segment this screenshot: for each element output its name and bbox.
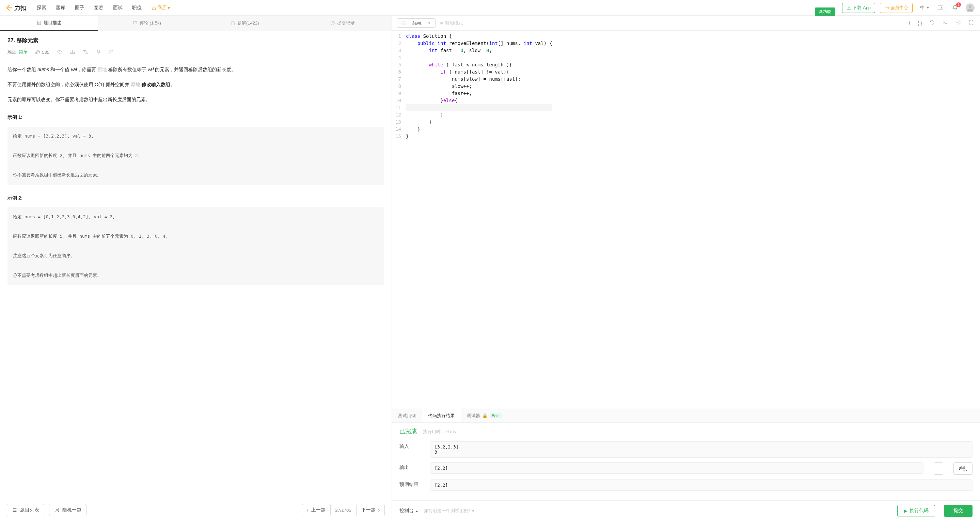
terminal-icon xyxy=(943,20,948,25)
playground-icon[interactable] xyxy=(937,5,944,11)
console-toggle[interactable]: 控制台 ▲ xyxy=(399,508,418,514)
submit-button[interactable]: 提交 xyxy=(944,505,972,517)
left-footer: 题目列表 随机一题 ‹ 上一题 27/1705 下一题 › xyxy=(0,499,391,521)
leetcode-logo-icon xyxy=(5,4,13,11)
tab-submissions[interactable]: 提交记录 xyxy=(294,16,392,31)
feedback-button[interactable] xyxy=(109,49,114,55)
tab-description-label: 题目描述 xyxy=(44,20,61,26)
info-icon xyxy=(401,21,406,25)
console-label: 控制台 xyxy=(399,508,414,514)
settings-button[interactable] xyxy=(954,18,962,27)
like-count: 585 xyxy=(42,50,49,55)
notify-button[interactable] xyxy=(96,49,101,55)
problem-title: 27. 移除元素 xyxy=(8,37,384,44)
topbar: 力扣 探索 题库 圈子 竞赛 面试 职位 商店 ▾ 新功能 下载 App 会员中… xyxy=(0,0,980,16)
nav-contest[interactable]: 竞赛 xyxy=(90,0,108,16)
next-button[interactable]: 下一题 › xyxy=(356,504,385,516)
nav-jobs[interactable]: 职位 xyxy=(128,0,146,16)
prev-button[interactable]: ‹ 上一题 xyxy=(302,504,331,516)
tab-description[interactable]: 题目描述 xyxy=(0,16,98,31)
chevron-up-icon: ▲ xyxy=(415,509,418,513)
history-icon xyxy=(330,21,335,25)
nav-interview[interactable]: 面试 xyxy=(109,0,127,16)
problem-description: 给你一个数组 nums 和一个值 val，你需要 原地 移除所有数值等于 val… xyxy=(8,65,384,285)
problem-list-button[interactable]: 题目列表 xyxy=(7,504,44,516)
nav-problems[interactable]: 题库 xyxy=(52,0,70,16)
avatar[interactable] xyxy=(966,3,975,12)
thumbs-up-icon xyxy=(35,49,41,55)
code-editor[interactable]: 123456789101112131415 class Solution { p… xyxy=(392,31,980,409)
svg-point-5 xyxy=(958,22,959,23)
expected-label: 预期结果 xyxy=(399,480,423,488)
new-feature-badge[interactable]: 新功能 xyxy=(815,8,835,16)
language-switcher[interactable]: 中 ▼ xyxy=(920,5,930,11)
nav-store[interactable]: 商店 ▾ xyxy=(147,0,174,16)
notifications-icon[interactable]: 1 xyxy=(951,5,958,11)
notif-badge: 1 xyxy=(956,2,961,7)
tab-debugger-label: 调试器 xyxy=(467,413,480,419)
tab-comments-label: 评论 (1.5k) xyxy=(140,20,161,26)
share-icon xyxy=(70,49,75,55)
result-tabs: 测试用例 代码执行结果 调试器 🔒 Beta xyxy=(392,409,980,422)
logo[interactable]: 力扣 xyxy=(5,4,27,12)
description-icon xyxy=(37,21,41,25)
tab-submissions-label: 提交记录 xyxy=(337,20,355,26)
svg-rect-0 xyxy=(938,6,943,10)
bell-icon xyxy=(96,49,101,55)
smart-mode-toggle[interactable]: 智能模式 xyxy=(440,20,463,26)
tab-run-result[interactable]: 代码执行结果 xyxy=(422,409,461,422)
difficulty-label: 难度 xyxy=(8,49,16,54)
translate-icon xyxy=(83,49,88,55)
problem-tabs: 题目描述 评论 (1.5k) 题解(1422) 提交记录 xyxy=(0,16,391,31)
code-area[interactable]: class Solution { public int removeElemen… xyxy=(406,31,552,409)
runtime-label: 执行用时： xyxy=(423,429,445,434)
fullscreen-button[interactable] xyxy=(967,18,975,27)
runtime-value: 0 ms xyxy=(446,429,456,434)
example2-label: 示例 2: xyxy=(8,193,384,202)
howto-label: 如何创建一个测试用例? xyxy=(424,508,471,514)
translate-button[interactable] xyxy=(83,49,88,55)
play-icon: ▶ xyxy=(904,508,907,513)
description-body[interactable]: 27. 移除元素 难度 简单 585 给你一个数组 nums 和一个值 val，… xyxy=(0,31,391,499)
progress-text: 27/1705 xyxy=(336,508,352,513)
example1-label: 示例 1: xyxy=(8,112,384,122)
random-button[interactable]: 随机一题 xyxy=(49,504,86,516)
howto-link[interactable]: 如何创建一个测试用例? ▾ xyxy=(424,508,474,514)
vip-label: 会员中心 xyxy=(891,5,908,11)
expected-box: [2,2] xyxy=(430,480,972,491)
caret-down-icon: ▼ xyxy=(926,6,930,10)
share-button[interactable] xyxy=(70,49,75,55)
shell-button[interactable] xyxy=(941,18,949,27)
prev-label: 上一题 xyxy=(311,507,326,513)
chevron-down-icon: ▼ xyxy=(428,21,431,25)
problem-list-label: 题目列表 xyxy=(20,507,39,513)
download-label: 下载 App xyxy=(853,5,871,11)
tab-testcase[interactable]: 测试用例 xyxy=(392,409,422,422)
info-button[interactable]: i xyxy=(907,19,912,27)
chevron-left-icon: ‹ xyxy=(307,507,309,513)
brackets-button[interactable]: { } xyxy=(916,19,923,27)
result-body: 已完成 执行用时： 0 ms 输入 [3,2,2,3] 3 输出 [2,2] 差… xyxy=(392,422,980,500)
right-panel: Java ▼ 智能模式 i { } 123456789101112131415 … xyxy=(392,16,980,521)
like-button[interactable]: 585 xyxy=(35,49,49,55)
reset-button[interactable] xyxy=(928,18,936,27)
nav-explore[interactable]: 探索 xyxy=(33,0,50,16)
diff-button[interactable]: 差别 xyxy=(953,462,972,475)
lock-icon: 🔒 xyxy=(482,413,488,418)
output-box: [2,2] xyxy=(430,462,923,474)
nav-discuss[interactable]: 圈子 xyxy=(71,0,89,16)
caret-down-icon: ▾ xyxy=(167,5,170,11)
tab-solutions[interactable]: 题解(1422) xyxy=(196,16,294,31)
expand-icon xyxy=(969,20,974,25)
download-app-button[interactable]: 下载 App xyxy=(842,3,875,13)
run-button[interactable]: ▶ 执行代码 xyxy=(897,505,935,517)
vip-button[interactable]: 会员中心 xyxy=(880,3,913,13)
smart-mode-label: 智能模式 xyxy=(445,20,463,26)
tab-debugger[interactable]: 调试器 🔒 Beta xyxy=(461,409,508,422)
beta-badge: Beta xyxy=(490,413,501,418)
tab-comments[interactable]: 评论 (1.5k) xyxy=(98,16,196,31)
example2-block: 给定 nums = [0,1,2,2,3,0,4,2], val = 2, 函数… xyxy=(8,207,384,285)
language-select[interactable]: Java ▼ xyxy=(397,18,435,27)
favorite-button[interactable] xyxy=(57,49,62,55)
editor-toolbar: Java ▼ 智能模式 i { } xyxy=(392,16,980,31)
